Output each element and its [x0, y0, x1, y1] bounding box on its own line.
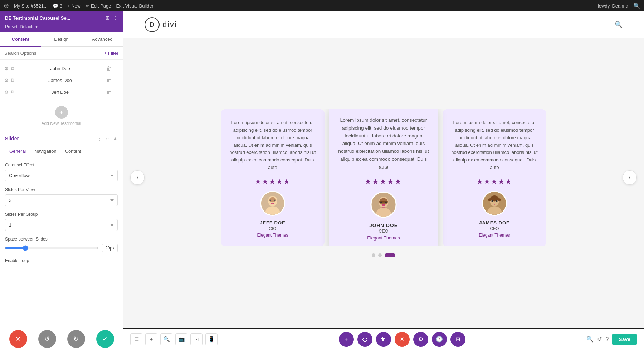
carousel-effect-group: Carousel Effect Coverflow Slide Fade Cub…	[5, 163, 118, 181]
toolbar-mobile-icon[interactable]: 📱	[205, 333, 218, 345]
search-options-input[interactable]	[4, 50, 101, 56]
admin-search-icon[interactable]: 🔍	[633, 3, 640, 9]
save-button[interactable]: Save	[612, 334, 637, 345]
carousel-cards: Lorem ipsum dolor sit amet, consectetur …	[145, 109, 623, 246]
slider-collapse-icon[interactable]: ▲	[113, 136, 118, 141]
history-button[interactable]: 🕐	[432, 332, 447, 347]
delete-icon[interactable]: 🗑	[106, 77, 111, 83]
duplicate-icon[interactable]: ⧉	[11, 77, 14, 83]
panel-grid-icon[interactable]: ⊞	[106, 15, 110, 21]
panel-tabs: Content Design Advanced	[0, 32, 123, 47]
duplicate-icon[interactable]: ⧉	[11, 89, 14, 95]
card-avatar	[482, 191, 507, 216]
tab-design[interactable]: Design	[41, 32, 82, 47]
carousel-prev-arrow[interactable]: ‹	[130, 170, 145, 185]
card-name: JEFF DOE	[260, 220, 286, 226]
panel-preset: Preset: Default ▾	[0, 24, 123, 32]
carousel-effect-label: Carousel Effect	[5, 163, 118, 168]
search-right-icon[interactable]: 🔍	[586, 336, 594, 343]
duplicate-icon[interactable]: ⧉	[11, 66, 14, 71]
edit-page-btn[interactable]: ✏ Edit Page	[86, 3, 111, 9]
slides-per-view-label: Slides Per View	[5, 187, 118, 192]
carousel-effect-select[interactable]: Coverflow Slide Fade Cube	[5, 170, 118, 181]
space-range-group: 20px	[5, 244, 118, 252]
slider-tab-general[interactable]: General	[5, 146, 30, 157]
preset-dropdown-icon[interactable]: ▾	[35, 24, 38, 29]
tab-content[interactable]: Content	[0, 32, 41, 47]
slides-per-view-select[interactable]: 1 2 3 4 5	[5, 194, 118, 206]
slider-header[interactable]: Slider ⋮ ↔ ▲	[0, 131, 123, 146]
list-item: ⚙ ⧉ James Doe 🗑 ⋮	[0, 74, 123, 86]
cancel-button[interactable]: ✕	[9, 330, 27, 348]
delete-icon[interactable]: 🗑	[106, 89, 111, 95]
toolbar-left: ☰ ⊞ 🔍 📺 ⊡ 📱	[130, 333, 218, 345]
toolbar-search-icon[interactable]: 🔍	[160, 333, 172, 345]
carousel-next-arrow[interactable]: ›	[623, 170, 637, 185]
slider-title: Slider	[5, 136, 19, 141]
panel-scroll-area: ⚙ ⧉ John Doe 🗑 ⋮ ⚙ ⧉ James Doe 🗑 ⋮	[0, 60, 123, 349]
delete-element-button[interactable]: 🗑	[376, 332, 391, 347]
add-testimonial-label[interactable]: Add New Testimonial	[42, 121, 82, 126]
preset-label[interactable]: Preset: Default	[5, 24, 33, 29]
item-actions: 🗑 ⋮	[106, 66, 118, 71]
svg-point-20	[491, 200, 493, 202]
site-logo: D divi	[145, 17, 177, 32]
slides-per-view-group: Slides Per View 1 2 3 4 5	[5, 187, 118, 206]
wp-logo-icon[interactable]: ⊕	[4, 2, 9, 10]
refresh-icon[interactable]: ↺	[597, 336, 602, 343]
site-search-icon[interactable]: 🔍	[615, 21, 623, 29]
panel-more-icon[interactable]: ⋮	[113, 15, 118, 21]
gear-icon[interactable]: ⚙	[4, 66, 9, 71]
confirm-button[interactable]: ✓	[96, 330, 114, 348]
carousel-dot[interactable]	[378, 253, 382, 257]
card-avatar	[260, 191, 285, 216]
card-stars: ★★★★★	[365, 177, 402, 186]
redo-button[interactable]: ↻	[67, 330, 85, 348]
add-element-button[interactable]: +	[339, 332, 354, 347]
testimonial-card: Lorem ipsum dolor sit amet, consectetur …	[221, 109, 325, 246]
card-stars: ★★★★★	[255, 177, 291, 186]
item-name: Jeff Doe	[17, 89, 103, 95]
slider-tab-navigation[interactable]: Navigation	[30, 146, 60, 157]
slides-per-group-select[interactable]: 1 2 3	[5, 219, 118, 231]
logo-text: divi	[162, 20, 177, 29]
card-stars: ★★★★★	[477, 177, 512, 186]
toggle-enabled-button[interactable]: ⏻	[357, 332, 372, 347]
card-company: Elegant Themes	[257, 233, 288, 238]
toolbar-grid-icon[interactable]: ⊞	[145, 333, 157, 345]
card-company: Elegant Themes	[479, 233, 510, 238]
carousel-dot[interactable]	[372, 253, 375, 257]
gear-icon[interactable]: ⚙	[4, 78, 9, 83]
new-post-btn[interactable]: + New	[67, 3, 80, 9]
help-icon[interactable]: ?	[605, 336, 609, 343]
space-range-input[interactable]	[5, 245, 98, 251]
more-icon[interactable]: ⋮	[113, 89, 118, 95]
add-testimonial-button[interactable]: +	[55, 106, 68, 119]
slider-arrows-icon[interactable]: ↔	[105, 136, 110, 141]
delete-icon[interactable]: 🗑	[106, 66, 111, 71]
card-text: Lorem ipsum dolor sit amet, consectetur …	[451, 119, 538, 171]
svg-point-17	[488, 198, 491, 201]
more-icon[interactable]: ⋮	[113, 77, 118, 83]
comments-count[interactable]: 💬 3	[53, 3, 62, 9]
filter-button[interactable]: + Filter	[104, 50, 118, 56]
carousel-dot-active[interactable]	[385, 253, 395, 257]
site-name[interactable]: My Site #6521...	[14, 3, 48, 9]
testimonial-list: ⚙ ⧉ John Doe 🗑 ⋮ ⚙ ⧉ James Doe 🗑 ⋮	[0, 60, 123, 101]
layout-button[interactable]: ⊟	[450, 332, 465, 347]
gear-icon[interactable]: ⚙	[4, 89, 9, 95]
toolbar-fullscreen-icon[interactable]: 📺	[175, 333, 187, 345]
undo-button[interactable]: ↺	[38, 330, 56, 348]
svg-point-18	[498, 198, 501, 201]
slider-tab-content[interactable]: Content	[61, 146, 86, 157]
exit-visual-builder-btn[interactable]: Exit Visual Builder	[116, 3, 153, 9]
tab-advanced[interactable]: Advanced	[82, 32, 123, 47]
more-icon[interactable]: ⋮	[113, 66, 118, 71]
toolbar-desktop-icon[interactable]: ⊡	[190, 333, 203, 345]
item-name: John Doe	[17, 66, 103, 71]
slider-more-icon[interactable]: ⋮	[97, 136, 102, 141]
item-icons: ⚙ ⧉	[4, 89, 14, 95]
close-element-button[interactable]: ✕	[395, 332, 410, 347]
settings-button[interactable]: ⚙	[413, 332, 428, 347]
toolbar-menu-icon[interactable]: ☰	[130, 333, 142, 345]
